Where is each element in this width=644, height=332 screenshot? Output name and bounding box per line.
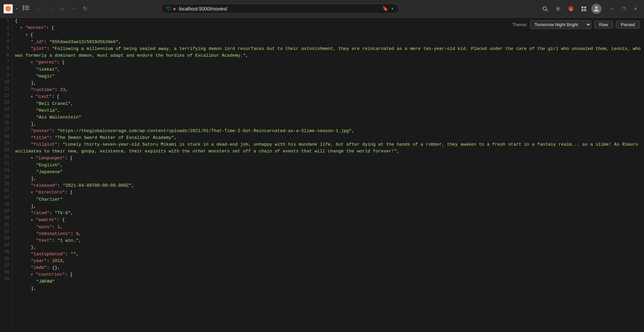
svg-point-4 bbox=[543, 7, 546, 10]
json-line: ▼"cast": [ bbox=[15, 93, 644, 100]
svg-point-12 bbox=[595, 6, 598, 9]
json-line: "Hestia", bbox=[15, 107, 644, 114]
sidebar-toggle-button[interactable] bbox=[20, 4, 31, 14]
json-line: "Japanese" bbox=[15, 169, 644, 176]
svg-text:1: 1 bbox=[570, 8, 572, 11]
brave-logo[interactable] bbox=[3, 4, 13, 14]
collapse-icon[interactable]: ▼ bbox=[31, 272, 35, 278]
json-line: "released": "2021-04-09T00:00:00.000Z", bbox=[15, 182, 644, 189]
back-button[interactable]: ← bbox=[34, 4, 43, 13]
theme-label: Theme: bbox=[512, 22, 527, 27]
json-line: ▼{ bbox=[15, 32, 644, 39]
json-line: ▼"countries": [ bbox=[15, 271, 644, 278]
minimize-button[interactable]: — bbox=[606, 6, 617, 12]
url-text: localhost:5000/movies/ bbox=[179, 6, 380, 12]
forward-button[interactable]: → bbox=[46, 4, 56, 13]
brave-shield-area: 1 bbox=[565, 3, 576, 14]
profile-avatar-button[interactable] bbox=[591, 4, 602, 14]
json-line: "fullplot": "Lonely thirty-seven-year-ol… bbox=[15, 141, 644, 155]
json-line: "year": 2018, bbox=[15, 258, 644, 264]
close-button[interactable]: ✕ bbox=[630, 6, 641, 12]
json-viewer: Theme: Tomorrow Night Bright Default Mon… bbox=[0, 18, 644, 332]
svg-rect-1 bbox=[25, 6, 29, 6]
search-button[interactable] bbox=[540, 3, 551, 14]
json-line: ], bbox=[15, 285, 644, 292]
json-line: "imdb": {}, bbox=[15, 264, 644, 271]
brave-logo-chevron[interactable]: ▾ bbox=[16, 7, 18, 11]
json-line: "JAPAN" bbox=[15, 278, 644, 285]
collapse-icon[interactable]: ▼ bbox=[31, 217, 35, 224]
collapse-icon[interactable]: ▼ bbox=[31, 94, 35, 100]
svg-line-5 bbox=[546, 10, 547, 11]
raw-button[interactable]: Raw bbox=[594, 21, 613, 29]
json-line: }, bbox=[15, 244, 644, 251]
json-line: "isekai", bbox=[15, 66, 644, 73]
reload-button[interactable]: ↻ bbox=[81, 4, 89, 13]
svg-rect-11 bbox=[584, 9, 586, 11]
theme-toolbar: Theme: Tomorrow Night Bright Default Mon… bbox=[508, 18, 644, 32]
json-content: { ▼"movies": [ ▼{ "_id": "655daed3ae12c5… bbox=[12, 18, 644, 332]
parsed-button[interactable]: Parsed bbox=[616, 21, 640, 29]
json-line: ▼"genres": [ bbox=[15, 59, 644, 66]
json-line: ], bbox=[15, 203, 644, 210]
restore-button[interactable]: ❐ bbox=[619, 6, 629, 12]
line-numbers: 1234567891011121314151617181920212223242… bbox=[0, 18, 12, 332]
json-line: ], bbox=[15, 176, 644, 182]
json-line: "text": "1 win.", bbox=[15, 237, 644, 244]
bookmark-icon[interactable]: 🔖 bbox=[382, 6, 388, 12]
json-line: "poster": "https://theglobalcoverage.com… bbox=[15, 128, 644, 134]
json-line: "plot": "Following a millennium of being… bbox=[15, 45, 644, 59]
browser-toolbar-right: 1 — ❐ ✕ bbox=[540, 3, 641, 14]
json-line: ▼"languages": [ bbox=[15, 155, 644, 162]
collapse-icon[interactable]: ▼ bbox=[31, 189, 35, 196]
collapse-icon[interactable]: ▼ bbox=[31, 59, 35, 66]
json-line: "Bell Cranel", bbox=[15, 100, 644, 107]
collapse-icon[interactable]: ▼ bbox=[31, 155, 35, 162]
json-line: ], bbox=[15, 80, 644, 87]
json-line: "English", bbox=[15, 162, 644, 169]
svg-rect-9 bbox=[584, 6, 586, 8]
json-line: "wins": 1, bbox=[15, 224, 644, 230]
browser-chrome: ▾ ← → ⌂ → ↻ 🛡 ▶ localhost:5000/movies/ 🔖… bbox=[0, 0, 644, 18]
json-line: "Ais Wallenstein" bbox=[15, 114, 644, 121]
address-bar[interactable]: 🛡 ▶ localhost:5000/movies/ 🔖 ▾ bbox=[161, 4, 399, 14]
json-line: ], bbox=[15, 121, 644, 128]
collapse-icon[interactable]: ▼ bbox=[25, 32, 30, 39]
window-controls: — ❐ ✕ bbox=[606, 6, 641, 12]
json-line: "runtime": 23, bbox=[15, 87, 644, 93]
brave-shield-button[interactable]: 1 bbox=[565, 3, 576, 14]
json-line: "magic" bbox=[15, 73, 644, 80]
json-line: ▼"directors": [ bbox=[15, 189, 644, 196]
bookmark-chevron-icon[interactable]: ▾ bbox=[391, 6, 394, 12]
json-line: "lastupdated": "", bbox=[15, 251, 644, 258]
security-shield-icon: 🛡 bbox=[166, 6, 171, 12]
svg-rect-8 bbox=[581, 6, 584, 8]
json-line: "Charlier" bbox=[15, 196, 644, 203]
settings-button[interactable] bbox=[553, 3, 563, 14]
json-line: "nominations": 0, bbox=[15, 230, 644, 237]
svg-point-6 bbox=[557, 8, 559, 10]
json-line: ▼"awards": { bbox=[15, 217, 644, 224]
svg-rect-0 bbox=[22, 5, 24, 11]
json-line: "rated": "TV-G", bbox=[15, 210, 644, 217]
home-button[interactable]: ⌂ bbox=[58, 4, 66, 13]
svg-rect-10 bbox=[581, 9, 584, 11]
json-line: "_id": "655daed3ae12c5819d5b20eb", bbox=[15, 39, 644, 45]
theme-select[interactable]: Tomorrow Night Bright Default Monokai So… bbox=[530, 20, 591, 29]
svg-rect-3 bbox=[25, 9, 29, 10]
extensions-button[interactable] bbox=[578, 3, 589, 14]
collapse-icon[interactable]: ▼ bbox=[20, 25, 24, 32]
brave-address-icon: ▶ bbox=[174, 6, 176, 12]
forward-nav-button[interactable]: → bbox=[69, 4, 78, 13]
json-line: "title": "The Demon Sword Master of Exca… bbox=[15, 134, 644, 141]
svg-rect-2 bbox=[25, 7, 29, 8]
